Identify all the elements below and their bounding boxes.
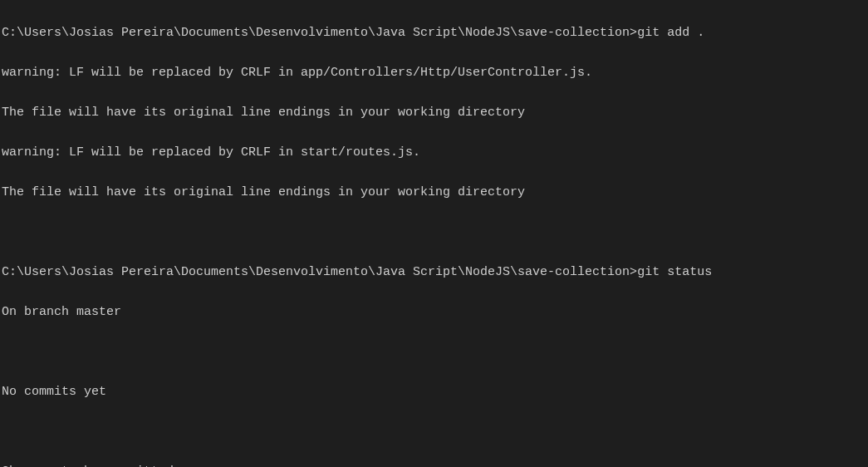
warning-line: warning: LF will be replaced by CRLF in … [2, 63, 866, 83]
cwd-prompt: C:\Users\Josias Pereira\Documents\Desenv… [2, 26, 637, 40]
prompt-line-2: C:\Users\Josias Pereira\Documents\Desenv… [2, 263, 866, 283]
blank-line [2, 342, 866, 362]
command-git-status: git status [637, 265, 712, 279]
output-line: The file will have its original line end… [2, 183, 866, 203]
warning-line: warning: LF will be replaced by CRLF in … [2, 143, 866, 163]
prompt-line-1: C:\Users\Josias Pereira\Documents\Desenv… [2, 23, 866, 43]
command-git-add: git add . [637, 26, 704, 40]
branch-line: On branch master [2, 302, 866, 322]
output-line: The file will have its original line end… [2, 103, 866, 123]
blank-line [2, 223, 866, 243]
changes-header: Changes to be committed: [2, 462, 866, 467]
cwd-prompt: C:\Users\Josias Pereira\Documents\Desenv… [2, 265, 637, 279]
blank-line [2, 422, 866, 442]
terminal-output[interactable]: C:\Users\Josias Pereira\Documents\Desenv… [2, 3, 866, 467]
no-commits-line: No commits yet [2, 382, 866, 402]
